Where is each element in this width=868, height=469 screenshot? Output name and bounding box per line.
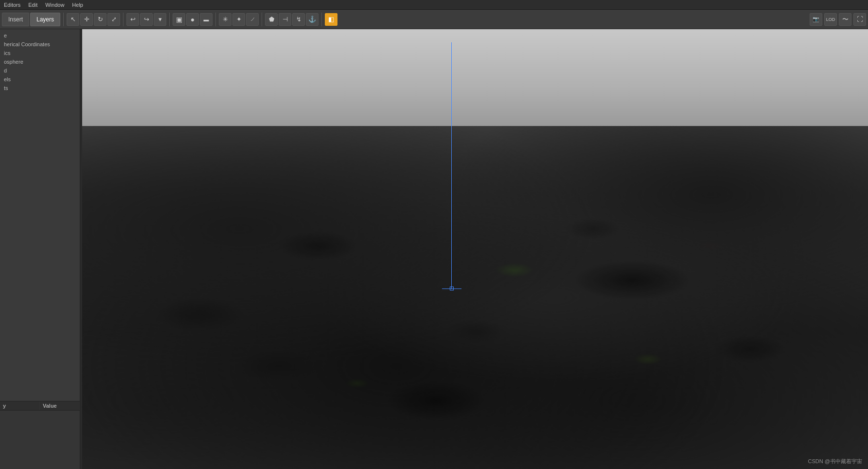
toolbar-separator-3: [169, 13, 170, 26]
ground-terrain: [82, 126, 868, 469]
tree-item-0[interactable]: e: [0, 31, 80, 40]
cube-tool-button[interactable]: ▣: [173, 13, 185, 26]
viewport-canvas: CSDN @书中藏着宇宙: [82, 29, 868, 469]
lines-tool-button[interactable]: ⟋: [246, 13, 259, 26]
tab-insert[interactable]: Insert: [2, 13, 29, 26]
toolbar-separator-4: [215, 13, 216, 26]
sky-region: [82, 29, 868, 126]
prop-col-value: Value: [40, 401, 80, 410]
properties-content: [0, 411, 80, 469]
particles-tool-button[interactable]: ✦: [232, 13, 245, 26]
sidebar: e herical Coordinates ics osphere d els …: [0, 29, 80, 469]
redo-button[interactable]: ↪: [140, 13, 153, 26]
y-axis-line: [451, 42, 452, 289]
tab-layers[interactable]: Layers: [30, 13, 60, 26]
toolbar-separator-2: [123, 13, 124, 26]
maximize-button[interactable]: ⛶: [853, 13, 866, 26]
light-tool-button[interactable]: ✳: [219, 13, 231, 26]
scale-tool-button[interactable]: ⤢: [107, 13, 120, 26]
menu-edit[interactable]: Edit: [28, 2, 37, 8]
highlight-tool-button[interactable]: ◧: [325, 13, 337, 26]
tree-item-3[interactable]: osphere: [0, 57, 80, 66]
menu-bar: Editors Edit Window Help: [0, 0, 868, 10]
tree-item-6[interactable]: ts: [0, 84, 80, 92]
curve-button[interactable]: 〜: [839, 13, 851, 26]
cylinder-tool-button[interactable]: ▬: [200, 13, 213, 26]
tree-item-4[interactable]: d: [0, 66, 80, 75]
select-tool-button[interactable]: ↖: [67, 13, 79, 26]
pivot-tool-button[interactable]: ⊣: [279, 13, 291, 26]
tree-item-5[interactable]: els: [0, 75, 80, 84]
move-tool-button[interactable]: ✛: [80, 13, 93, 26]
menu-window[interactable]: Window: [45, 2, 64, 8]
main-area: e herical Coordinates ics osphere d els …: [0, 29, 868, 469]
anchor-tool-button[interactable]: ⚓: [306, 13, 319, 26]
sphere-tool-button[interactable]: ●: [186, 13, 199, 26]
toolbar: Insert Layers ↖ ✛ ↻ ⤢ ↩ ↪ ▾ ▣ ● ▬ ✳ ✦ ⟋ …: [0, 10, 868, 29]
more-button[interactable]: ▾: [154, 13, 166, 26]
toolbar-separator-6: [321, 13, 322, 26]
terrain-tool-button[interactable]: ⬟: [265, 13, 278, 26]
toolbar-separator-5: [262, 13, 262, 26]
toolbar-separator-1: [63, 13, 64, 26]
viewport[interactable]: CSDN @书中藏着宇宙: [82, 29, 868, 469]
tree-item-1[interactable]: herical Coordinates: [0, 40, 80, 49]
scene-tree: e herical Coordinates ics osphere d els …: [0, 29, 80, 401]
properties-panel: y Value: [0, 401, 80, 469]
rotate-tool-button[interactable]: ↻: [94, 13, 106, 26]
properties-header: y Value: [0, 401, 80, 411]
menu-editors[interactable]: Editors: [4, 2, 20, 8]
toolbar-right-group: 📷 LOD 〜 ⛶: [810, 13, 866, 26]
undo-button[interactable]: ↩: [126, 13, 139, 26]
camera-button[interactable]: 📷: [810, 13, 822, 26]
tree-item-2[interactable]: ics: [0, 49, 80, 57]
menu-help[interactable]: Help: [72, 2, 83, 8]
lod-button[interactable]: LOD: [824, 13, 837, 26]
axis-base-indicator: [450, 287, 454, 290]
snap-tool-button[interactable]: ↯: [292, 13, 305, 26]
prop-col-property: y: [0, 401, 40, 410]
